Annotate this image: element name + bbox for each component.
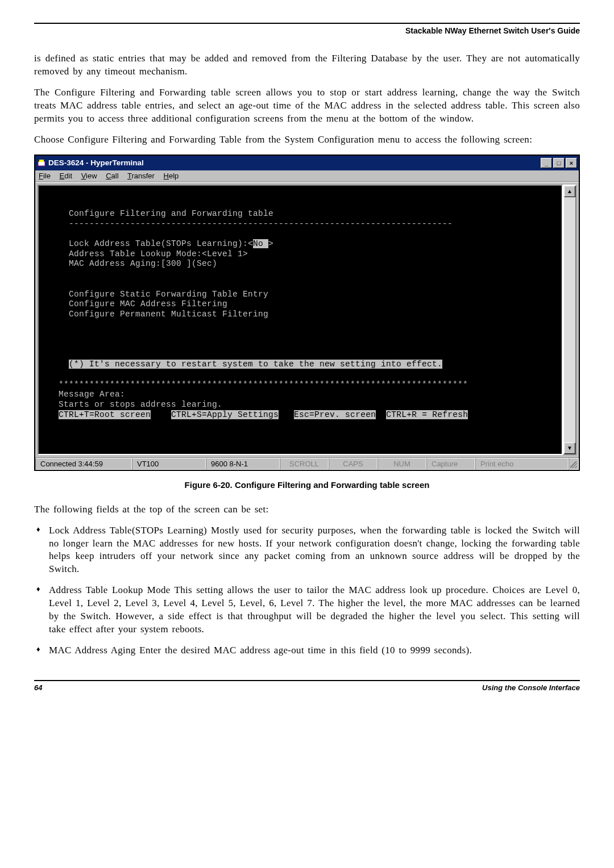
status-port: 9600 8-N-1	[206, 458, 280, 470]
figure-caption: Figure 6-20. Configure Filtering and For…	[34, 480, 580, 490]
term-stars: ****************************************…	[43, 380, 468, 389]
term-lookup-line: Address Table Lookup Mode:<Level 1>	[43, 249, 248, 258]
term-aging-line: MAC Address Aging:[300 ](Sec)	[43, 259, 217, 268]
menu-file[interactable]: File	[39, 172, 51, 180]
term-gap3	[376, 410, 386, 419]
para-3: Choose Configure Filtering and Forwardin…	[34, 133, 580, 147]
page-number: 64	[34, 683, 42, 692]
app-icon	[37, 158, 46, 168]
term-starts: Starts or stops address learing.	[43, 400, 222, 409]
minimize-button[interactable]: _	[541, 158, 552, 168]
maximize-icon: □	[557, 160, 561, 166]
svg-rect-0	[38, 161, 45, 166]
status-scroll: SCROLL	[280, 458, 329, 470]
menu-call[interactable]: Call	[106, 172, 118, 180]
scroll-track[interactable]	[564, 197, 575, 443]
term-lock-post: >	[268, 239, 273, 248]
scroll-up-button[interactable]: ▲	[564, 186, 575, 197]
statusbar: Connected 3:44:59 VT100 9600 8-N-1 SCROL…	[35, 457, 579, 470]
field-list: Lock Address Table(STOPs Learning) Mostl…	[34, 524, 580, 657]
status-caps: CAPS	[329, 458, 377, 470]
term-msg-area: Message Area:	[43, 390, 125, 399]
close-icon: ×	[570, 160, 573, 166]
menu-transfer[interactable]: Transfer	[127, 172, 155, 180]
status-connected: Connected 3:44:59	[35, 458, 132, 470]
bullet-lookup-mode: Address Table Lookup Mode This setting a…	[34, 584, 580, 636]
term-key-apply: CTRL+S=Apply Settings	[171, 410, 279, 419]
menubar: File Edit View Call Transfer Help	[35, 170, 579, 182]
terminal-border: Configure Filtering and Forwarding table…	[38, 185, 563, 455]
term-cfg3: Configure Permanent Multicast Filtering	[43, 310, 268, 319]
status-printecho: Print echo	[475, 458, 569, 470]
term-cfg2: Configure MAC Address Filtering	[43, 299, 227, 308]
maximize-button[interactable]: □	[553, 158, 565, 168]
svg-rect-1	[39, 160, 44, 162]
bullet-mac-aging: MAC Address Aging Enter the desired MAC …	[34, 644, 580, 657]
term-key-root: CTRL+T=Root screen	[59, 410, 151, 419]
menu-view[interactable]: View	[81, 172, 97, 180]
term-blank	[43, 199, 48, 208]
term-lock-pre: Lock Address Table(STOPs Learning):<	[43, 239, 253, 248]
resize-grip[interactable]	[569, 458, 579, 470]
term-key-prev: Esc=Prev. screen	[294, 410, 376, 419]
term-restart-note: (*) It's necessary to restart system to …	[69, 360, 442, 369]
term-gap1	[151, 410, 171, 419]
close-button[interactable]: ×	[566, 158, 577, 168]
menu-edit[interactable]: Edit	[60, 172, 72, 180]
status-capture: Capture	[426, 458, 475, 470]
titlebar[interactable]: DES-3624 - HyperTerminal _ □ ×	[35, 156, 579, 170]
vertical-scrollbar[interactable]: ▲ ▼	[563, 185, 576, 455]
scroll-down-button[interactable]: ▼	[564, 443, 575, 454]
term-key-refresh: CTRL+R = Refresh	[386, 410, 468, 419]
term-sep-line: ----------------------------------------…	[43, 219, 453, 228]
page: Stackable NWay Ethernet Switch User's Gu…	[0, 0, 614, 709]
footer: 64 Using the Console Interface	[34, 680, 580, 692]
term-gap2	[279, 410, 294, 419]
menu-help[interactable]: Help	[164, 172, 179, 180]
terminal-content[interactable]: Configure Filtering and Forwarding table…	[39, 186, 562, 454]
bullet-lock-address: Lock Address Table(STOPs Learning) Mostl…	[34, 524, 580, 577]
window-buttons: _ □ ×	[541, 158, 577, 168]
header-rule	[34, 23, 580, 24]
para-1: is defined as static entries that may be…	[34, 52, 580, 78]
hyperterminal-window: DES-3624 - HyperTerminal _ □ × File Edit…	[34, 155, 580, 471]
footer-section: Using the Console Interface	[482, 683, 580, 692]
status-emulation: VT100	[132, 458, 206, 470]
minimize-icon: _	[545, 160, 548, 166]
header-guide-title: Stackable NWay Ethernet Switch User's Gu…	[34, 26, 580, 35]
terminal-wrap: Configure Filtering and Forwarding table…	[35, 182, 579, 457]
after-fig-intro: The following fields at the top of the s…	[34, 503, 580, 516]
term-title-line: Configure Filtering and Forwarding table	[43, 209, 273, 218]
para-2: The Configure Filtering and Forwarding t…	[34, 86, 580, 126]
term-lock-value[interactable]: No	[253, 239, 268, 248]
status-num: NUM	[377, 458, 426, 470]
window-title: DES-3624 - HyperTerminal	[48, 158, 541, 167]
term-cfg1: Configure Static Forwarding Table Entry	[43, 290, 268, 299]
